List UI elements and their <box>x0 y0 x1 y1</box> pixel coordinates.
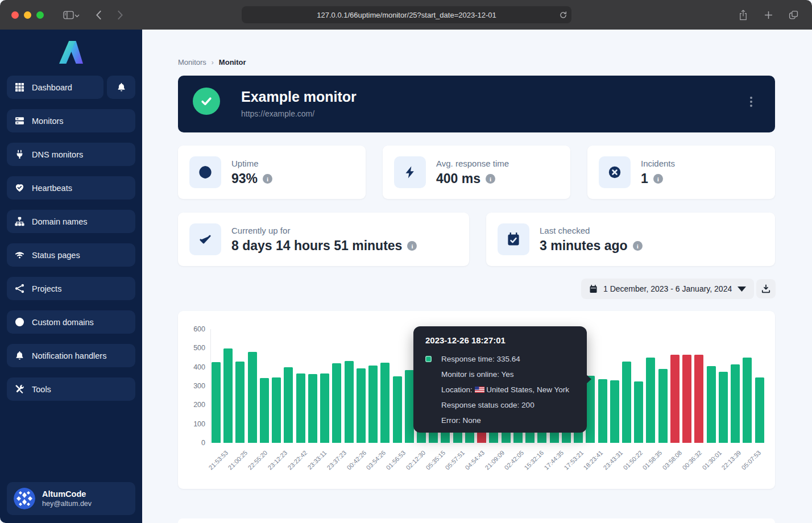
bar-up[interactable] <box>223 348 233 443</box>
sidebar-nav: DashboardMonitorsDNS monitorsHeartbeatsD… <box>0 76 142 401</box>
bar-up[interactable] <box>235 362 245 443</box>
incidents-card: Incidents 1i <box>587 146 775 199</box>
x-axis-tick: 21:09:09 <box>483 449 506 471</box>
sidebar-item-domain-names[interactable]: Domain names <box>7 210 135 233</box>
info-icon[interactable]: i <box>263 174 272 184</box>
bar-up[interactable] <box>248 352 257 443</box>
forward-button[interactable] <box>111 6 129 23</box>
close-window-button[interactable] <box>11 11 19 19</box>
sidebar-item-monitors[interactable]: Monitors <box>7 109 135 132</box>
last-checked-value: 3 minutes ago <box>540 238 628 254</box>
y-axis-tick: 500 <box>183 344 205 352</box>
x-axis-tick: 15:32:16 <box>523 449 545 471</box>
browser-toolbar: 127.0.0.1/66uptime/monitor/25?start_date… <box>0 0 812 30</box>
info-icon[interactable]: i <box>653 174 663 184</box>
sidebar-item-notification-handlers[interactable]: Notification handlers <box>7 344 135 367</box>
info-icon[interactable]: i <box>407 241 417 251</box>
new-tab-icon[interactable] <box>760 6 777 23</box>
nodes-icon <box>15 284 24 293</box>
sidebar-item-label: Status pages <box>32 251 80 260</box>
x-axis-tick: 00:36:32 <box>681 449 703 471</box>
info-icon[interactable]: i <box>633 241 643 251</box>
currently-up-value: 8 days 14 hours 51 minutes <box>231 238 402 254</box>
bar-up[interactable] <box>284 367 293 443</box>
sidebar-item-projects[interactable]: Projects <box>7 277 135 300</box>
bar-up[interactable] <box>610 380 619 443</box>
bar-up[interactable] <box>320 373 329 443</box>
bar-up[interactable] <box>357 368 366 443</box>
sidebar-item-label: Tools <box>32 385 51 394</box>
date-range-picker[interactable]: 1 December, 2023 - 6 January, 2024 <box>581 279 754 299</box>
bar-up[interactable] <box>598 379 607 443</box>
bar-up[interactable] <box>332 363 341 443</box>
x-axis-tick: 05:35:15 <box>424 449 446 471</box>
user-email: hey@altum.dev <box>42 499 92 508</box>
x-axis-tick: 17:53:21 <box>562 449 585 471</box>
x-axis-tick: 02:12:30 <box>404 449 426 471</box>
sidebar-item-label: DNS monitors <box>32 150 83 159</box>
sidebar-item-heartbeats[interactable]: Heartbeats <box>7 176 135 200</box>
y-axis-tick: 600 <box>183 325 205 333</box>
bar-up[interactable] <box>707 366 716 443</box>
minimize-window-button[interactable] <box>24 11 31 19</box>
x-axis-tick: 22:13:39 <box>720 449 743 471</box>
x-axis-tick: 21:53:53 <box>207 449 229 471</box>
bar-up[interactable] <box>755 377 764 443</box>
bar-down[interactable] <box>694 355 703 443</box>
zoom-window-button[interactable] <box>36 11 44 19</box>
bar-up[interactable] <box>622 362 631 443</box>
sidebar-item-tools[interactable]: Tools <box>7 377 135 401</box>
avg-response-card: Avg. response time 400 msi <box>383 146 570 199</box>
grid-icon <box>15 82 24 92</box>
address-bar[interactable]: 127.0.0.1/66uptime/monitor/25?start_date… <box>242 6 571 23</box>
tab-overview-icon[interactable] <box>785 6 802 23</box>
bar-up[interactable] <box>634 381 643 443</box>
bar-up[interactable] <box>743 358 752 443</box>
x-axis-tick: 04:54:43 <box>464 449 486 471</box>
bar-up[interactable] <box>393 376 402 443</box>
info-icon[interactable]: i <box>486 174 495 184</box>
globe-icon <box>189 156 221 188</box>
series-marker-icon <box>425 356 432 362</box>
x-axis-tick: 22:55:20 <box>247 449 269 471</box>
bar-up[interactable] <box>296 373 305 443</box>
share-icon[interactable] <box>735 6 752 23</box>
download-icon <box>761 284 770 293</box>
monitor-options-kebab-icon[interactable] <box>748 94 755 109</box>
bar-up[interactable] <box>345 361 354 443</box>
bar-up[interactable] <box>731 364 740 443</box>
notifications-bell-button[interactable] <box>107 76 135 99</box>
bar-up[interactable] <box>260 378 269 443</box>
bar-up[interactable] <box>272 377 281 443</box>
bar-up[interactable] <box>212 362 221 443</box>
bar-up[interactable] <box>658 369 668 443</box>
sidebar-item-label: Notification handlers <box>32 351 106 360</box>
sidebar-item-status-pages[interactable]: Status pages <box>7 243 135 267</box>
incidents-label: Incidents <box>641 159 675 168</box>
sidebar-item-dns-monitors[interactable]: DNS monitors <box>7 143 135 166</box>
uptime-card: Uptime 93%i <box>178 146 366 199</box>
x-axis-tick: 23:43:31 <box>602 449 624 471</box>
breadcrumb-monitors-link[interactable]: Monitors <box>178 58 206 67</box>
bar-up[interactable] <box>405 370 414 443</box>
bar-up[interactable] <box>586 376 595 443</box>
bar-up[interactable] <box>380 363 390 443</box>
user-menu[interactable]: AltumCode hey@altum.dev <box>7 482 135 515</box>
bar-up[interactable] <box>646 358 655 443</box>
altumcode-logo-icon[interactable] <box>0 30 142 76</box>
reload-icon[interactable] <box>560 11 567 19</box>
bar-down[interactable] <box>682 355 691 443</box>
sidebar-item-dashboard[interactable]: Dashboard <box>7 76 103 99</box>
plug-icon <box>15 150 24 159</box>
bar-up[interactable] <box>308 374 317 443</box>
bar-up[interactable] <box>719 372 728 443</box>
export-download-button[interactable] <box>756 279 776 298</box>
bar-up[interactable] <box>368 366 378 443</box>
chevron-down-icon[interactable] <box>74 10 80 20</box>
sidebar-item-custom-domains[interactable]: Custom domains <box>7 310 135 334</box>
tooltip-location: Location: United States, New York <box>425 382 575 397</box>
x-axis-tick: 01:58:35 <box>641 449 664 471</box>
back-button[interactable] <box>90 6 107 23</box>
monitor-url-link[interactable]: https://example.com/ <box>241 109 314 118</box>
bar-down[interactable] <box>670 355 680 443</box>
